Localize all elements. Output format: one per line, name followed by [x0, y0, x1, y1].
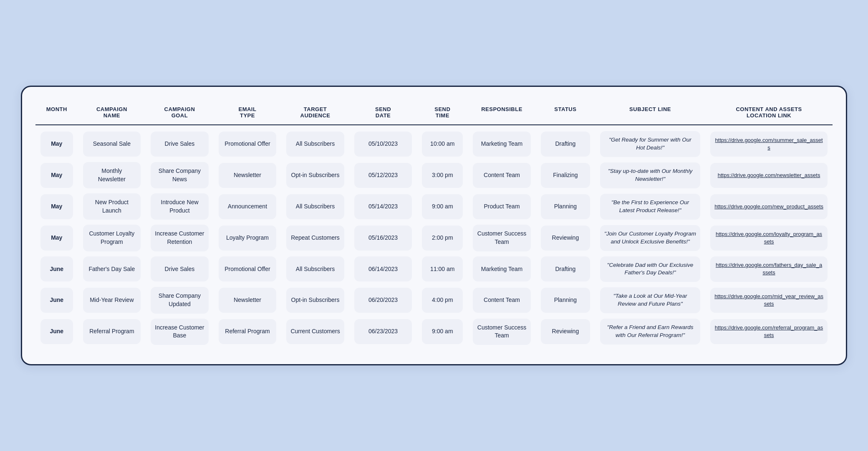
- cell-status: Planning: [536, 284, 595, 316]
- cell-status: Reviewing: [536, 316, 595, 351]
- cell-responsible: Marketing Team: [468, 254, 536, 285]
- cell-campaign_goal: Increase Customer Base: [146, 316, 214, 351]
- table-row: JuneFather's Day SaleDrive SalesPromotio…: [35, 254, 833, 285]
- cell-send_date: 06/14/2023: [349, 254, 417, 285]
- main-card: MONTHCAMPAIGN NAMECAMPAIGN GOALEMAIL TYP…: [21, 86, 847, 365]
- cell-email_type: Newsletter: [214, 284, 282, 316]
- cell-target_audience: Opt-in Subscribers: [281, 160, 349, 191]
- cell-content_link[interactable]: https://drive.google.com/summer_sale_ass…: [705, 125, 833, 160]
- cell-campaign_goal: Drive Sales: [146, 125, 214, 160]
- cell-month: June: [35, 284, 78, 316]
- cell-send_time: 9:00 am: [417, 191, 468, 222]
- cell-target_audience: Repeat Customers: [281, 222, 349, 253]
- cell-campaign_name: Referral Program: [78, 316, 146, 351]
- cell-month: May: [35, 160, 78, 191]
- cell-email_type: Loyalty Program: [214, 222, 282, 253]
- cell-subject_line: "Be the First to Experience Our Latest P…: [595, 191, 705, 222]
- table-row: MayMonthly NewsletterShare Company NewsN…: [35, 160, 833, 191]
- header-send-time: SEND TIME: [417, 102, 468, 125]
- cell-status: Reviewing: [536, 222, 595, 253]
- cell-campaign_goal: Share Company News: [146, 160, 214, 191]
- cell-status: Drafting: [536, 125, 595, 160]
- header-send-date: SEND DATE: [349, 102, 417, 125]
- cell-responsible: Content Team: [468, 160, 536, 191]
- cell-send_time: 10:00 am: [417, 125, 468, 160]
- cell-email_type: Referral Program: [214, 316, 282, 351]
- cell-send_date: 06/20/2023: [349, 284, 417, 316]
- table-row: JuneMid-Year ReviewShare Company Updated…: [35, 284, 833, 316]
- header-email-type: EMAIL TYPE: [214, 102, 282, 125]
- cell-campaign_name: Seasonal Sale: [78, 125, 146, 160]
- campaign-table: MONTHCAMPAIGN NAMECAMPAIGN GOALEMAIL TYP…: [35, 102, 833, 351]
- cell-target_audience: All Subscribers: [281, 254, 349, 285]
- cell-status: Finalizing: [536, 160, 595, 191]
- cell-responsible: Customer Success Team: [468, 222, 536, 253]
- cell-campaign_goal: Introduce New Product: [146, 191, 214, 222]
- cell-send_time: 3:00 pm: [417, 160, 468, 191]
- cell-status: Drafting: [536, 254, 595, 285]
- header-campaign-goal: CAMPAIGN GOAL: [146, 102, 214, 125]
- cell-target_audience: Opt-in Subscribers: [281, 284, 349, 316]
- cell-month: June: [35, 254, 78, 285]
- cell-send_time: 2:00 pm: [417, 222, 468, 253]
- cell-campaign_goal: Drive Sales: [146, 254, 214, 285]
- cell-email_type: Promotional Offer: [214, 254, 282, 285]
- cell-send_time: 9:00 am: [417, 316, 468, 351]
- cell-campaign_goal: Share Company Updated: [146, 284, 214, 316]
- cell-responsible: Customer Success Team: [468, 316, 536, 351]
- cell-subject_line: "Refer a Friend and Earn Rewards with Ou…: [595, 316, 705, 351]
- cell-send_date: 05/16/2023: [349, 222, 417, 253]
- cell-campaign_name: Customer Loyalty Program: [78, 222, 146, 253]
- cell-responsible: Content Team: [468, 284, 536, 316]
- cell-subject_line: "Celebrate Dad with Our Exclusive Father…: [595, 254, 705, 285]
- cell-target_audience: All Subscribers: [281, 125, 349, 160]
- cell-content_link[interactable]: https://drive.google.com/referral_progra…: [705, 316, 833, 351]
- cell-send_time: 11:00 am: [417, 254, 468, 285]
- table-row: MayNew Product LaunchIntroduce New Produ…: [35, 191, 833, 222]
- header-target-audience: TARGET AUDIENCE: [281, 102, 349, 125]
- cell-target_audience: All Subscribers: [281, 191, 349, 222]
- cell-month: May: [35, 222, 78, 253]
- cell-month: June: [35, 316, 78, 351]
- table-row: MaySeasonal SaleDrive SalesPromotional O…: [35, 125, 833, 160]
- cell-subject_line: "Take a Look at Our Mid-Year Review and …: [595, 284, 705, 316]
- cell-send_date: 06/23/2023: [349, 316, 417, 351]
- cell-campaign_name: Father's Day Sale: [78, 254, 146, 285]
- cell-send_date: 05/10/2023: [349, 125, 417, 160]
- cell-status: Planning: [536, 191, 595, 222]
- header-subject-line: SUBJECT LINE: [595, 102, 705, 125]
- cell-target_audience: Current Customers: [281, 316, 349, 351]
- cell-month: May: [35, 191, 78, 222]
- cell-campaign_goal: Increase Customer Retention: [146, 222, 214, 253]
- cell-campaign_name: New Product Launch: [78, 191, 146, 222]
- cell-send_date: 05/14/2023: [349, 191, 417, 222]
- cell-responsible: Marketing Team: [468, 125, 536, 160]
- header-status: STATUS: [536, 102, 595, 125]
- header-campaign-name: CAMPAIGN NAME: [78, 102, 146, 125]
- cell-email_type: Announcement: [214, 191, 282, 222]
- cell-subject_line: "Get Ready for Summer with Our Hot Deals…: [595, 125, 705, 160]
- cell-send_time: 4:00 pm: [417, 284, 468, 316]
- cell-email_type: Newsletter: [214, 160, 282, 191]
- cell-content_link[interactable]: https://drive.google.com/fathers_day_sal…: [705, 254, 833, 285]
- cell-subject_line: "Join Our Customer Loyalty Program and U…: [595, 222, 705, 253]
- cell-content_link[interactable]: https://drive.google.com/new_product_ass…: [705, 191, 833, 222]
- cell-content_link[interactable]: https://drive.google.com/loyalty_program…: [705, 222, 833, 253]
- cell-send_date: 05/12/2023: [349, 160, 417, 191]
- cell-content_link[interactable]: https://drive.google.com/newsletter_asse…: [705, 160, 833, 191]
- cell-email_type: Promotional Offer: [214, 125, 282, 160]
- header-responsible: RESPONSIBLE: [468, 102, 536, 125]
- header-content-link: CONTENT AND ASSETS LOCATION LINK: [705, 102, 833, 125]
- cell-responsible: Product Team: [468, 191, 536, 222]
- table-row: JuneReferral ProgramIncrease Customer Ba…: [35, 316, 833, 351]
- cell-campaign_name: Mid-Year Review: [78, 284, 146, 316]
- cell-subject_line: "Stay up-to-date with Our Monthly Newsle…: [595, 160, 705, 191]
- cell-content_link[interactable]: https://drive.google.com/mid_year_review…: [705, 284, 833, 316]
- cell-campaign_name: Monthly Newsletter: [78, 160, 146, 191]
- cell-month: May: [35, 125, 78, 160]
- header-month: MONTH: [35, 102, 78, 125]
- table-row: MayCustomer Loyalty ProgramIncrease Cust…: [35, 222, 833, 253]
